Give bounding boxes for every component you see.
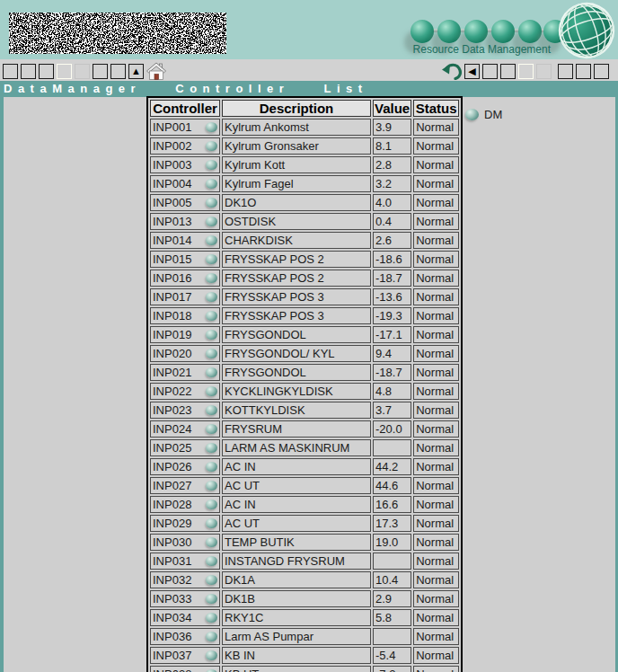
status-badge: Normal (413, 288, 459, 305)
undo-arrow-button[interactable] (442, 62, 462, 80)
controller-value: 2.6 (373, 232, 411, 249)
controller-link-sphere-icon[interactable] (206, 500, 217, 509)
controller-link-sphere-icon[interactable] (206, 518, 217, 528)
status-badge: Normal (413, 251, 459, 268)
controller-link-sphere-icon[interactable] (206, 198, 217, 208)
controller-link-sphere-icon[interactable] (206, 594, 217, 604)
status-badge: Normal (413, 609, 459, 626)
controller-link-sphere-icon[interactable] (206, 537, 217, 547)
table-row: INP020 FRYSGONDOL/ KYL 9.4 Normal (150, 345, 459, 362)
nav-square-button[interactable] (500, 64, 516, 79)
table-row: INP016 FRYSSKAP POS 2 -18.7 Normal (150, 270, 459, 287)
controller-link-sphere-icon[interactable] (206, 575, 217, 585)
table-row: INP026 AC IN 44.2 Normal (150, 458, 459, 475)
controller-link-sphere-icon[interactable] (206, 179, 217, 189)
controller-link-sphere-icon[interactable] (206, 141, 217, 151)
controller-link-sphere-icon[interactable] (206, 217, 217, 226)
status-badge: Normal (413, 439, 459, 456)
controller-link-sphere-icon[interactable] (206, 386, 217, 396)
controller-description: DK1O (222, 194, 371, 211)
controller-value: 2.8 (373, 156, 411, 173)
controller-value: -18.6 (373, 251, 411, 268)
controller-link-sphere-icon[interactable] (206, 632, 217, 641)
table-row: INP015 FRYSSKAP POS 2 -18.6 Normal (150, 251, 459, 268)
controller-link-sphere-icon[interactable] (206, 235, 217, 245)
status-badge: Normal (413, 666, 459, 672)
status-badge: Normal (413, 119, 459, 136)
nav-square-button[interactable] (39, 64, 54, 79)
nav-square-button[interactable] (482, 64, 498, 79)
nav-square-button[interactable] (558, 64, 573, 79)
controller-link-sphere-icon[interactable] (206, 481, 217, 491)
controller-link-sphere-icon[interactable] (206, 556, 217, 566)
controller-id: INP013 (153, 215, 191, 228)
status-badge: Normal (413, 628, 459, 645)
controller-link-sphere-icon[interactable] (206, 462, 217, 472)
nav-square-button[interactable] (576, 64, 591, 79)
controller-value: -18.7 (373, 364, 411, 381)
back-arrow-button[interactable]: ◀ (464, 64, 480, 79)
status-badge: Normal (413, 571, 459, 588)
controller-value: 44.2 (373, 458, 411, 475)
nav-square-button[interactable] (21, 64, 36, 79)
up-arrow-button[interactable]: ▲ (128, 64, 144, 79)
controller-link-sphere-icon[interactable] (206, 349, 217, 358)
controller-link-sphere-icon[interactable] (206, 311, 217, 321)
nav-square-button[interactable] (110, 64, 126, 79)
logo-sphere-icon (518, 20, 542, 43)
controller-link-sphere-icon[interactable] (206, 160, 217, 170)
nav-square-button[interactable] (75, 64, 90, 79)
controller-id: INP029 (153, 517, 191, 530)
controller-link-sphere-icon[interactable] (206, 292, 217, 302)
controller-value: -19.3 (373, 307, 411, 324)
dm-link[interactable]: DM (465, 108, 502, 121)
nav-square-button[interactable] (57, 64, 72, 79)
controller-description: AC UT (222, 515, 371, 532)
status-badge: Normal (413, 345, 459, 362)
nav-square-button[interactable] (3, 64, 18, 79)
status-badge: Normal (413, 232, 459, 249)
controller-value: 44.6 (373, 477, 411, 494)
controller-link-sphere-icon[interactable] (206, 405, 217, 415)
controller-value: 17.3 (373, 515, 411, 532)
controller-value: 10.4 (373, 571, 411, 588)
controller-link-sphere-icon[interactable] (206, 424, 217, 434)
nav-square-button[interactable] (93, 64, 108, 79)
controller-value: -20.0 (373, 420, 411, 438)
controller-value: 9.4 (373, 345, 411, 362)
controller-link-sphere-icon[interactable] (206, 367, 217, 377)
status-badge: Normal (413, 175, 459, 192)
controller-description: OSTDISK (222, 213, 371, 230)
controller-id: INP036 (153, 630, 191, 643)
redacted-site-name-image (9, 13, 226, 54)
home-icon (146, 62, 166, 80)
controller-link-sphere-icon[interactable] (206, 613, 217, 623)
controller-description: LARM AS MASKINRUM (222, 439, 371, 456)
nav-square-button[interactable] (536, 64, 552, 79)
controller-id: INP016 (153, 271, 191, 285)
controller-link-sphere-icon[interactable] (206, 330, 217, 340)
controller-description: KOTTKYLDISK (222, 402, 371, 419)
left-margin-strip (0, 97, 4, 672)
column-header-controller: Controller (150, 100, 220, 117)
controller-link-sphere-icon[interactable] (206, 254, 217, 264)
controller-link-sphere-icon[interactable] (206, 122, 217, 132)
controller-id: INP033 (153, 592, 191, 606)
nav-square-button[interactable] (594, 64, 609, 79)
controller-link-sphere-icon[interactable] (206, 443, 217, 453)
controller-id: INP023 (153, 403, 191, 417)
home-button[interactable] (146, 62, 166, 80)
status-badge: Normal (413, 458, 459, 475)
controller-id: INP022 (153, 385, 191, 398)
controller-link-sphere-icon[interactable] (206, 650, 217, 660)
controller-description: FRYSSKAP POS 3 (222, 288, 371, 305)
controller-value: -5.4 (373, 647, 411, 664)
controller-id: INP038 (153, 668, 191, 672)
controller-id: INP025 (153, 441, 191, 455)
nav-square-button[interactable] (518, 64, 534, 79)
toolbar-right-group: ◀ (442, 62, 609, 80)
status-badge: Normal (413, 496, 459, 513)
controller-link-sphere-icon[interactable] (206, 273, 217, 283)
controller-id: INP005 (153, 196, 191, 209)
status-badge: Normal (413, 364, 459, 381)
